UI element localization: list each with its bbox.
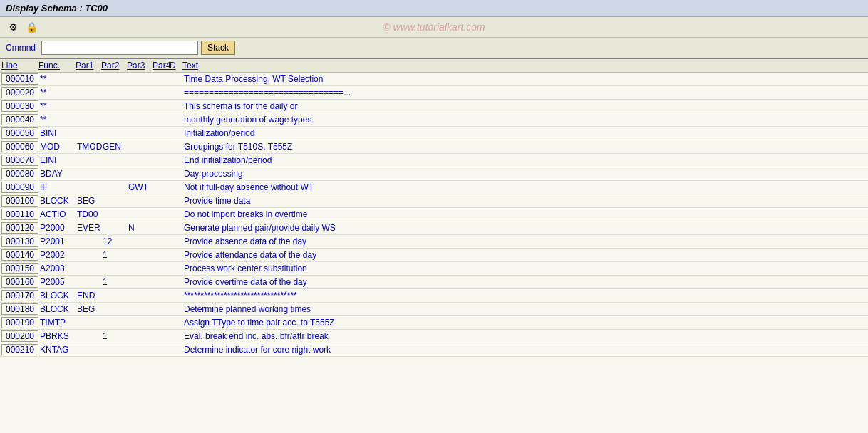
table-row[interactable]: 000050BINIInitialization/period [0, 127, 868, 140]
page-title: Display Schema : TC00 [6, 3, 108, 14]
col-header-line: Line [1, 61, 38, 71]
col-header-par1: Par1 [76, 61, 101, 71]
col-header-d: D [170, 61, 182, 71]
table-row[interactable]: 000090IFGWTNot if full-day absence witho… [0, 181, 868, 194]
watermark: © www.tutorialkart.com [383, 21, 485, 33]
table-row[interactable]: 000040**monthly generation of wage types [0, 113, 868, 127]
table-row[interactable]: 000080BDAYDay processing [0, 167, 868, 181]
command-label: Cmmnd [6, 43, 36, 53]
table-row[interactable]: 000190TIMTPAssign TType to time pair acc… [0, 316, 868, 330]
data-table: 000010**Time Data Processing, WT Selecti… [0, 73, 868, 433]
table-row[interactable]: 000030**This schema is for the daily or [0, 100, 868, 113]
table-row[interactable]: 000180BLOCKBEGDetermine planned working … [0, 303, 868, 316]
stack-button[interactable]: Stack [201, 41, 235, 55]
table-row[interactable]: 000060MODTMODGENGroupings for T510S, T55… [0, 140, 868, 154]
table-row[interactable]: 000170BLOCKEND**************************… [0, 289, 868, 303]
table-row[interactable]: 000010**Time Data Processing, WT Selecti… [0, 73, 868, 86]
settings-icon[interactable]: ⚙ [6, 20, 20, 34]
table-row[interactable]: 000200PBRKS1Eval. break end inc. abs. bf… [0, 330, 868, 343]
table-row[interactable]: 000130P200112Provide absence data of the… [0, 235, 868, 249]
col-header-par2: Par2 [101, 61, 127, 71]
toolbar: ⚙ 🔒 © www.tutorialkart.com [0, 17, 868, 38]
table-row[interactable]: 000160P20051Provide overtime data of the… [0, 276, 868, 289]
column-headers: Line Func. Par1 Par2 Par3 Par4 D Text [0, 59, 868, 73]
table-row[interactable]: 000150A2003Process work center substitut… [0, 262, 868, 276]
table-row[interactable]: 000020**================================… [0, 86, 868, 100]
table-row[interactable]: 000210KNTAGDetermine indicator for core … [0, 343, 868, 357]
col-header-func: Func. [38, 61, 76, 71]
table-row[interactable]: 000140P20021Provide attendance data of t… [0, 249, 868, 262]
col-header-text: Text [182, 61, 868, 71]
lock-icon[interactable]: 🔒 [24, 20, 38, 34]
table-row[interactable]: 000120P2000EVERNGenerate planned pair/pr… [0, 221, 868, 235]
table-row[interactable]: 000100BLOCKBEGProvide time data [0, 194, 868, 208]
command-bar: Cmmnd Stack [0, 38, 868, 59]
col-header-par3: Par3 [127, 61, 153, 71]
table-row[interactable]: 000110ACTIOTD00Do not import breaks in o… [0, 208, 868, 221]
table-row[interactable]: 000070EINIEnd initialization/period [0, 154, 868, 167]
col-header-par4: Par4 [153, 61, 170, 71]
title-bar: Display Schema : TC00 [0, 0, 868, 17]
command-input[interactable] [41, 41, 198, 55]
